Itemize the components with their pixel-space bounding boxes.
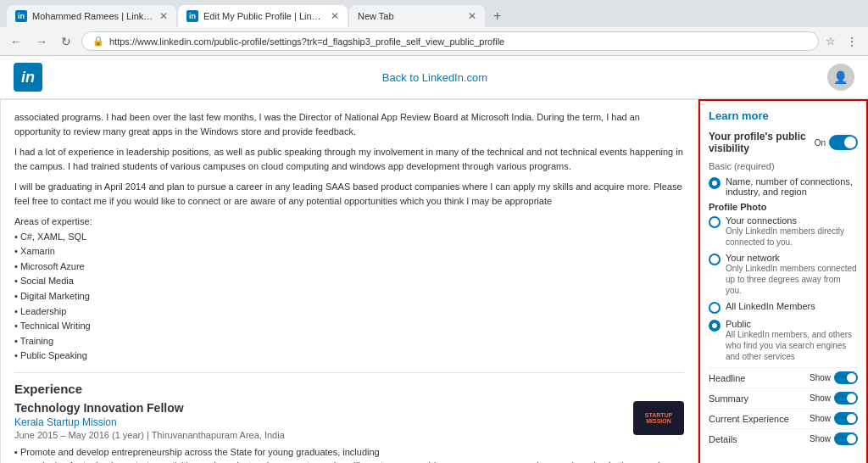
job-entry: Technology Innovation Fellow Kerala Star… (14, 401, 684, 463)
summary-show-container: Show (810, 392, 858, 404)
visibility-on-label: On (815, 138, 826, 148)
back-to-linkedin-link[interactable]: Back to LinkedIn.com (382, 71, 487, 84)
name-connections-radio[interactable]: Name, number of connections, industry, a… (709, 176, 858, 197)
tab-3-close[interactable]: ✕ (468, 10, 476, 22)
profile-panel: associated programs. I had been over the… (0, 99, 698, 463)
public-radio-circle (709, 320, 721, 332)
linkedin-logo: in (14, 63, 42, 92)
expertise-item-6: • Leadership (14, 306, 66, 316)
public-radio[interactable]: Public All LinkedIn members, and others … (709, 319, 858, 362)
summary-toggle[interactable] (834, 392, 858, 404)
user-avatar[interactable]: 👤 (827, 64, 854, 91)
expertise-item-5: • Digital Marketing (14, 291, 90, 301)
details-toggle[interactable] (834, 432, 858, 445)
headline-label: Headline (709, 373, 745, 383)
expertise-item-9: • Public Speaking (14, 350, 87, 360)
expertise-item-1: • C#, XAML, SQL (14, 232, 86, 242)
job-desc-1: ▪ Promote and develop entrepreneurship a… (14, 445, 684, 460)
current-experience-toggle[interactable] (834, 412, 858, 425)
your-connections-radio[interactable]: Your connections Only LinkedIn members d… (709, 215, 858, 248)
summary-label: Summary (709, 393, 748, 404)
visibility-toggle-container: On (815, 135, 858, 150)
headline-show-container: Show (810, 371, 858, 384)
company-logo-text: STARTUPMISSION (645, 412, 673, 424)
name-connections-text: Name, number of connections, industry, a… (726, 176, 858, 197)
url-bar[interactable]: 🔒 https://www.linkedin.com/public-profil… (81, 31, 819, 51)
expertise-item-4: • Social Media (14, 276, 74, 286)
lock-icon: 🔒 (92, 36, 104, 47)
all-linkedin-radio[interactable]: All LinkedIn Members (709, 301, 858, 314)
tab-1-favicon: in (15, 10, 27, 22)
summary-text-1: associated programs. I had been over the… (14, 110, 684, 138)
name-connections-radio-circle (709, 177, 721, 189)
headline-toggle[interactable] (834, 371, 858, 384)
your-connections-radio-circle (709, 216, 721, 228)
company-logo: STARTUPMISSION (633, 401, 684, 435)
settings-title: Learn more (709, 109, 858, 122)
tab-2[interactable]: in Edit My Public Profile | LinkedIn ✕ (178, 5, 348, 27)
all-linkedin-radio-circle (709, 302, 721, 314)
bookmark-button[interactable]: ☆ (826, 35, 836, 47)
job-meta: June 2015 – May 2016 (1 year) | Thiruvan… (14, 430, 625, 440)
current-experience-show-label: Show (810, 414, 831, 423)
details-show-container: Show (810, 432, 858, 445)
tab-2-favicon: in (186, 10, 198, 22)
current-experience-show-container: Show (810, 412, 858, 425)
url-text: https://www.linkedin.com/public-profile/… (109, 36, 808, 47)
expertise-item-3: • Microsoft Azure (14, 261, 85, 271)
back-button[interactable]: ← (7, 33, 25, 50)
summary-show-label: Show (810, 393, 831, 403)
summary-row: Summary Show (709, 388, 858, 408)
linkedin-header: in Back to LinkedIn.com 👤 (0, 56, 868, 99)
settings-panel: Learn more Your profile's public visibil… (698, 99, 868, 463)
details-show-label: Show (810, 434, 831, 443)
expertise-item-7: • Technical Writing (14, 321, 91, 331)
visibility-row: Your profile's public visibility On (709, 131, 858, 154)
tab-1-title: Mohammed Ramees | LinkedIn (32, 11, 154, 21)
public-subtext: All LinkedIn members, and others who fin… (726, 329, 858, 362)
summary-text-3: I will be graduating in April 2014 and p… (14, 180, 684, 208)
tab-2-close[interactable]: ✕ (331, 10, 339, 22)
tab-3-title: New Tab (358, 11, 463, 21)
expertise-item-8: • Training (14, 336, 53, 346)
summary-text-2: I had a lot of experience in leadership … (14, 145, 684, 173)
current-experience-label: Current Experience (709, 414, 789, 424)
visibility-toggle[interactable] (829, 135, 858, 150)
your-network-radio-circle (709, 254, 721, 265)
your-connections-text: Your connections (726, 215, 858, 226)
forward-button[interactable]: → (32, 33, 51, 50)
job-desc-2: campaigning for technology startup activ… (14, 459, 684, 463)
your-network-text: Your network (726, 253, 858, 263)
settings-button[interactable]: ⋮ (843, 33, 861, 50)
profile-photo-label: Profile Photo (709, 202, 858, 212)
tab-1[interactable]: in Mohammed Ramees | LinkedIn ✕ (7, 5, 176, 27)
your-network-subtext: Only LinkedIn members connected up to th… (726, 263, 858, 296)
expertise-section: Areas of expertise: • C#, XAML, SQL • Xa… (14, 215, 684, 364)
tab-2-title: Edit My Public Profile | LinkedIn (203, 11, 326, 21)
tab-3[interactable]: New Tab ✕ (349, 5, 485, 27)
your-connections-subtext: Only LinkedIn members directly connected… (726, 226, 858, 248)
public-text: Public (726, 319, 858, 329)
current-experience-row: Current Experience Show (709, 408, 858, 428)
experience-section-title: Experience (14, 372, 684, 396)
browser-chrome: in Mohammed Ramees | LinkedIn ✕ in Edit … (0, 0, 868, 56)
job-title: Technology Innovation Fellow (14, 401, 625, 415)
headline-show-label: Show (810, 373, 831, 382)
headline-row: Headline Show (709, 367, 858, 388)
reload-button[interactable]: ↻ (58, 33, 75, 50)
details-row: Details Show (709, 428, 858, 449)
details-label: Details (709, 434, 737, 444)
tab-bar: in Mohammed Ramees | LinkedIn ✕ in Edit … (0, 0, 868, 27)
address-bar: ← → ↻ 🔒 https://www.linkedin.com/public-… (0, 27, 868, 55)
new-tab-button[interactable]: + (487, 5, 508, 27)
expertise-item-2: • Xamarin (14, 246, 55, 256)
tab-1-close[interactable]: ✕ (159, 10, 168, 22)
basic-required-label: Basic (required) (709, 161, 858, 171)
visibility-label: Your profile's public visibility (709, 131, 815, 154)
expertise-header: Areas of expertise: (14, 216, 92, 226)
your-network-radio[interactable]: Your network Only LinkedIn members conne… (709, 253, 858, 296)
main-content: associated programs. I had been over the… (0, 99, 868, 463)
all-linkedin-text: All LinkedIn Members (726, 301, 815, 311)
company-name[interactable]: Kerala Startup Mission (14, 416, 625, 428)
